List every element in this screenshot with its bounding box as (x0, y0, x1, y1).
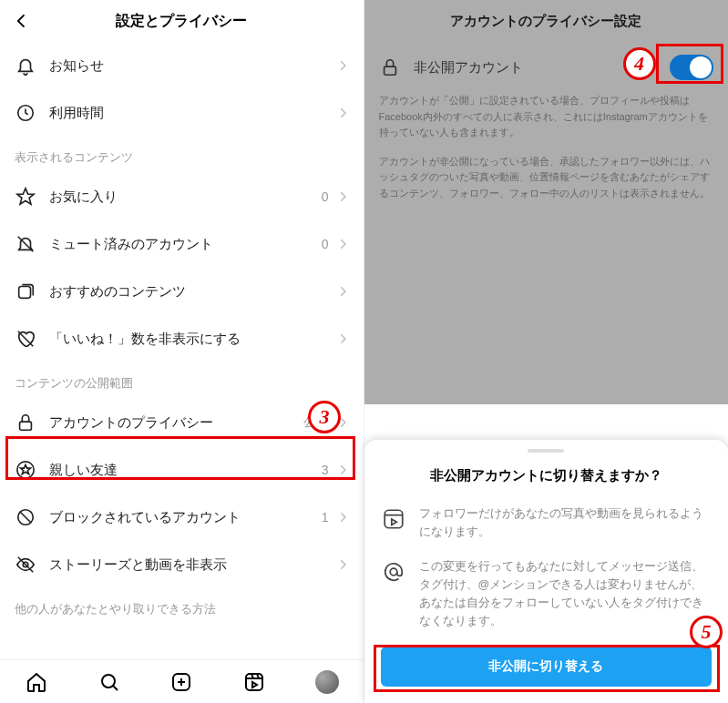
annotation-5: 5 (690, 616, 723, 648)
help-text-1: アカウントが「公開」に設定されている場合、プロフィールや投稿はFacebook内… (364, 93, 729, 154)
sheet-item-text: この変更を行ってもあなたに対してメッセージ送信、タグ付け、@メンションできる人は… (419, 557, 713, 630)
heart-off-icon (15, 328, 36, 350)
sheet-handle[interactable] (528, 449, 564, 453)
chevron-right-icon (336, 464, 349, 476)
star-circle-icon (15, 459, 36, 481)
chevron-right-icon (336, 285, 349, 298)
bell-off-icon (15, 233, 36, 255)
switch-private-button[interactable]: 非公開に切り替える (381, 647, 713, 687)
sheet-item-text: フォロワーだけがあなたの写真や動画を見られるようになります。 (419, 504, 713, 541)
page-title: アカウントのプライバシー設定 (364, 13, 729, 30)
block-icon (15, 506, 36, 528)
svg-marker-7 (21, 465, 31, 474)
avatar (315, 670, 339, 694)
row-label: お知らせ (49, 57, 336, 75)
sheet-title: 非公開アカウントに切り替えますか？ (381, 467, 713, 484)
at-icon (381, 559, 406, 585)
confirm-sheet: 非公開アカウントに切り替えますか？ フォロワーだけがあなたの写真や動画を見られる… (364, 440, 729, 703)
row-suggested[interactable]: おすすめのコンテンツ (0, 268, 364, 315)
svg-point-26 (390, 568, 397, 576)
svg-rect-5 (20, 422, 32, 430)
eye-off-icon (15, 554, 36, 576)
media-icon (15, 280, 36, 302)
chevron-right-icon (336, 238, 349, 250)
row-time[interactable]: 利用時間 (0, 89, 364, 137)
tab-profile[interactable] (315, 670, 339, 694)
lock-icon (379, 56, 401, 78)
svg-line-9 (21, 513, 31, 523)
row-label: お気に入り (49, 188, 322, 206)
section-header: 表示されるコンテンツ (0, 137, 364, 173)
section-header: 他の人があなたとやり取りできる方法 (0, 588, 364, 625)
chevron-right-icon (336, 332, 349, 345)
reels-icon (381, 506, 406, 532)
svg-rect-23 (385, 510, 403, 528)
chevron-right-icon (336, 511, 349, 524)
annotation-3: 3 (308, 401, 341, 433)
row-value: 0 (322, 237, 329, 251)
bottom-tabs (0, 659, 364, 703)
tab-home[interactable] (25, 670, 48, 694)
row-private-account: 非公開アカウント (364, 42, 729, 93)
clock-icon (15, 102, 36, 124)
help-text-2: アカウントが非公開になっている場合、承認したフォロワー以外には、ハッシュタグのつ… (364, 154, 729, 215)
row-label: 利用時間 (49, 105, 336, 122)
back-button[interactable] (11, 10, 33, 32)
lock-icon (15, 412, 36, 433)
row-label: おすすめのコンテンツ (49, 283, 336, 301)
star-icon (15, 186, 36, 208)
svg-marker-1 (17, 188, 34, 204)
svg-rect-22 (384, 66, 395, 75)
section-header: コンテンツの公開範囲 (0, 362, 364, 399)
svg-rect-17 (246, 674, 262, 690)
tab-search[interactable] (97, 670, 121, 694)
tab-reels[interactable] (242, 670, 266, 694)
row-hide-stories[interactable]: ストーリーズと動画を非表示 (0, 541, 364, 588)
svg-line-13 (113, 686, 118, 690)
row-label: アカウントのプライバシー (49, 414, 303, 432)
bell-icon (15, 55, 36, 76)
tab-add[interactable] (169, 670, 193, 694)
row-blocked[interactable]: ブロックされているアカウント 1 (0, 494, 364, 541)
chevron-right-icon (336, 558, 349, 571)
row-close-friends[interactable]: 親しい友達 3 (0, 446, 364, 494)
row-label: ストーリーズと動画を非表示 (49, 556, 336, 574)
row-hidelikes[interactable]: 「いいね！」数を非表示にする (0, 315, 364, 362)
chevron-right-icon (336, 190, 349, 203)
row-label: 親しい友達 (49, 462, 322, 479)
private-toggle[interactable] (670, 55, 713, 80)
page-title: 設定とプライバシー (0, 12, 364, 31)
row-label: ミュート済みのアカウント (49, 236, 322, 253)
svg-point-12 (102, 675, 115, 688)
row-value: 3 (322, 463, 329, 477)
row-notifications[interactable]: お知らせ (0, 42, 364, 89)
row-label: 「いいね！」数を非表示にする (49, 331, 336, 348)
chevron-right-icon (336, 59, 349, 72)
row-muted[interactable]: ミュート済みのアカウント 0 (0, 220, 364, 268)
row-value: 1 (322, 510, 329, 525)
row-favorites[interactable]: お気に入り 0 (0, 173, 364, 220)
row-value: 0 (322, 189, 329, 204)
svg-marker-25 (391, 519, 395, 525)
chevron-right-icon (336, 107, 349, 119)
svg-rect-3 (19, 287, 31, 299)
svg-marker-21 (252, 682, 257, 688)
annotation-4: 4 (623, 47, 656, 80)
row-label: ブロックされているアカウント (49, 509, 322, 526)
